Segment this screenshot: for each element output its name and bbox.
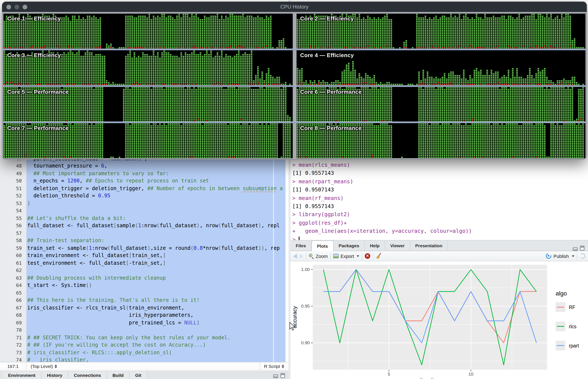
zoom-button[interactable]: + Zoom [309, 253, 328, 259]
code-text: # iris_classifier, [26, 357, 286, 362]
toolbar-separator [362, 253, 362, 259]
code-line[interactable]: 55## Let's shuffle the data a bit: [0, 215, 288, 222]
code-line[interactable]: 61test_environment <- full_dataset[-trai… [0, 260, 288, 267]
panel-gap [292, 14, 296, 48]
code-line[interactable]: 52 deletion_threshold = 0.95 [0, 192, 288, 200]
code-text [26, 289, 286, 297]
code-line[interactable]: 51 deletion_trigger = deletion_trigger, … [0, 185, 288, 192]
tabbar-spacer [147, 372, 273, 379]
tab-plots[interactable]: Plots [312, 240, 333, 251]
back-arrow-icon[interactable] [293, 253, 297, 259]
chevron-updown-icon [55, 364, 57, 368]
code-line[interactable]: 62 [0, 267, 288, 275]
console-input-line: + geom_line(aes(x=iteration, y=accuracy,… [292, 227, 588, 235]
tab-connections[interactable]: Connections [68, 372, 107, 379]
magnifier-icon: + [309, 253, 314, 259]
code-line[interactable]: 57 [0, 230, 288, 237]
console-input-line: > mean(rpart_means) [292, 177, 588, 186]
tab-help[interactable]: Help [365, 240, 385, 251]
line-number: 58 [0, 237, 26, 245]
line-number: 50 [0, 177, 26, 185]
tab-files[interactable]: Files [291, 240, 312, 251]
code-text [26, 207, 286, 215]
zoom-label: Zoom [316, 253, 328, 259]
core-panel: Core 3 — Efficiency [3, 50, 292, 85]
code-text: # ## (IF you're willing to accept the co… [26, 342, 286, 349]
code-text: full_dataset <- full_dataset[sample(1:nr… [26, 222, 286, 230]
scope-label: (Top Level) [31, 364, 53, 369]
core-panel: Core 6 — Performance [296, 87, 586, 122]
code-text: t_start <- Sys.time() [26, 282, 286, 289]
tab-viewer[interactable]: Viewer [385, 240, 410, 251]
line-number: 65 [0, 289, 26, 297]
core-panel-label: Core 1 — Efficiency [7, 15, 61, 22]
code-line[interactable]: 53) [0, 200, 288, 207]
publish-button[interactable]: Publish [546, 253, 574, 259]
line-number: 70 [0, 327, 26, 334]
cpu-history-window[interactable]: CPU History Core 1 — EfficiencyCore 2 — … [2, 2, 587, 159]
panel-separator [3, 48, 586, 50]
maximize-pane-icon[interactable] [580, 246, 585, 251]
code-line[interactable]: 63## Doubling process with intermediate … [0, 275, 288, 282]
legend-label: rlcs [569, 324, 576, 329]
code-line[interactable]: 72# ## (IF you're willing to accept the … [0, 342, 288, 349]
code-text: iris_hyperparameters, [26, 312, 286, 319]
code-line[interactable]: 50 n_epochs = 1200, ## Epochs to repeat … [0, 177, 288, 185]
legend-label: rpart [569, 343, 579, 348]
cpu-window-titlebar[interactable]: CPU History [2, 2, 587, 12]
panel-gap [292, 50, 296, 85]
line-number: 51 [0, 185, 26, 192]
code-line[interactable]: 69 pre_trained_lcs = NULL) [0, 319, 288, 327]
code-line[interactable]: 54 [0, 207, 288, 215]
code-line[interactable]: 74# iris_classifier, [0, 357, 288, 362]
code-line[interactable]: 58## Train-test separation: [0, 237, 288, 245]
minimize-pane-icon[interactable] [573, 247, 578, 251]
code-line[interactable]: 65 [0, 289, 288, 297]
line-number: 55 [0, 215, 26, 222]
console-input-line: > [292, 235, 588, 240]
code-line[interactable]: 73# iris_classifier <- RLCS:::.apply_del… [0, 349, 288, 357]
code-text: ) [26, 200, 286, 207]
refresh-icon[interactable] [580, 253, 586, 259]
code-line[interactable]: 64t_start <- Sys.time() [0, 282, 288, 289]
minimize-pane-icon[interactable] [273, 374, 278, 378]
line-number: 48 [0, 163, 26, 170]
code-line[interactable]: 70 [0, 327, 288, 334]
dropdown-arrow-icon [357, 255, 359, 257]
tab-git[interactable]: Git [130, 372, 147, 379]
line-number: 57 [0, 230, 26, 237]
remove-plot-icon[interactable]: ✕ [365, 253, 370, 259]
y-tick-label: 0.95 [301, 303, 310, 308]
code-line[interactable]: 71# ## SECRET TRICK: You can keep only t… [0, 334, 288, 342]
code-line[interactable]: 59train_set <- sample(1:nrow(full_datase… [0, 245, 288, 252]
code-line[interactable]: 67iris_classifier <- rlcs_train_sl(train… [0, 304, 288, 312]
tab-presentation[interactable]: Presentation [410, 240, 448, 251]
file-type-selector[interactable]: R Script [259, 362, 288, 370]
plot-output-area: 0.900.951.00510iterationaccuracyalgoRFrl… [291, 261, 588, 379]
chevron-updown-icon [282, 364, 284, 368]
code-text: ## This here is the training. That's all… [26, 297, 286, 304]
code-line[interactable]: 56full_dataset <- full_dataset[sample(1:… [0, 222, 288, 230]
tab-environment[interactable]: Environment [2, 372, 41, 379]
code-line[interactable]: 49 ## Most important parameters to vary … [0, 170, 288, 177]
clear-plots-broom-icon[interactable] [376, 253, 382, 259]
code-text: train_set <- sample(1:nrow(full_dataset)… [26, 245, 286, 252]
console-output-line: [1] 0.9557143 [292, 169, 588, 177]
code-line[interactable]: 60train_environment <- full_dataset[trai… [0, 252, 288, 260]
tab-packages[interactable]: Packages [333, 240, 365, 251]
code-text: ## Train-test separation: [26, 237, 286, 245]
console-input-line: > library(ggplot2) [292, 210, 588, 219]
legend-label: RF [569, 305, 575, 310]
mouse-cursor [289, 322, 296, 331]
console-pane[interactable]: > mean(rlcs_means)[1] 0.9557143> mean(rp… [291, 159, 588, 240]
code-line[interactable]: 66## This here is the training. That's a… [0, 297, 288, 304]
code-line[interactable]: 68 iris_hyperparameters, [0, 312, 288, 319]
forward-arrow-icon[interactable] [300, 253, 303, 259]
scope-selector[interactable]: (Top Level) [26, 364, 259, 369]
console-input-line: > mean(rlcs_means) [292, 161, 588, 169]
export-button[interactable]: Export [333, 253, 359, 259]
maximize-pane-icon[interactable] [280, 373, 285, 378]
tab-history[interactable]: History [41, 372, 68, 379]
code-line[interactable]: 48 tournament_pressure = 6, [0, 163, 288, 170]
tab-build[interactable]: Build [107, 372, 130, 379]
